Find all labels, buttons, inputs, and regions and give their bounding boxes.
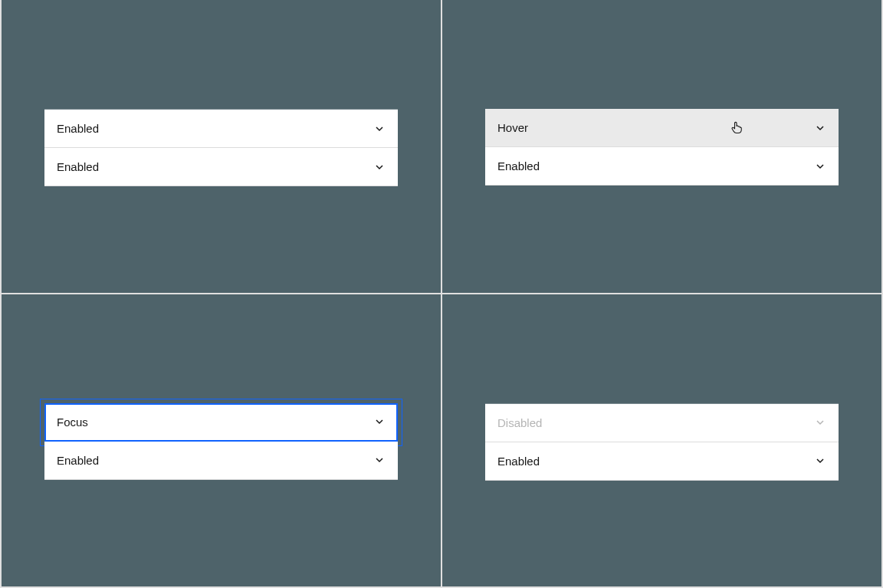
pane-focus: Focus Enabled (2, 294, 441, 587)
accordion-item-focus[interactable]: Focus (44, 403, 398, 442)
accordion-label: Enabled (497, 455, 540, 468)
accordion-item-enabled[interactable]: Enabled (44, 442, 398, 480)
chevron-down-icon (373, 123, 386, 135)
accordion-label: Hover (497, 121, 528, 134)
accordion-label: Focus (57, 416, 88, 429)
chevron-down-icon (814, 160, 826, 172)
accordion-label: Enabled (497, 159, 540, 172)
chevron-down-icon (814, 122, 826, 134)
accordion-item-enabled[interactable]: Enabled (44, 148, 398, 186)
pane-hover: Hover Enabled (442, 0, 881, 293)
chevron-down-icon (373, 416, 386, 428)
state-grid: Enabled Enabled Hover Enabled (0, 0, 883, 588)
accordion-label: Enabled (57, 160, 99, 173)
pointer-cursor-icon (729, 120, 744, 135)
accordion-item-disabled: Disabled (485, 404, 839, 442)
accordion-label: Disabled (497, 416, 542, 429)
accordion-label: Enabled (57, 454, 99, 467)
accordion-item-enabled[interactable]: Enabled (485, 147, 839, 186)
accordion-label: Enabled (57, 122, 99, 135)
accordion-item-hover[interactable]: Hover (485, 109, 839, 147)
pane-enabled: Enabled Enabled (2, 0, 441, 293)
accordion-item-enabled[interactable]: Enabled (485, 442, 839, 481)
chevron-down-icon (373, 454, 386, 466)
pane-disabled: Disabled Enabled (442, 294, 881, 587)
chevron-down-icon (814, 416, 826, 429)
accordion-item-enabled[interactable]: Enabled (44, 110, 398, 148)
chevron-down-icon (373, 161, 386, 173)
chevron-down-icon (814, 455, 826, 467)
